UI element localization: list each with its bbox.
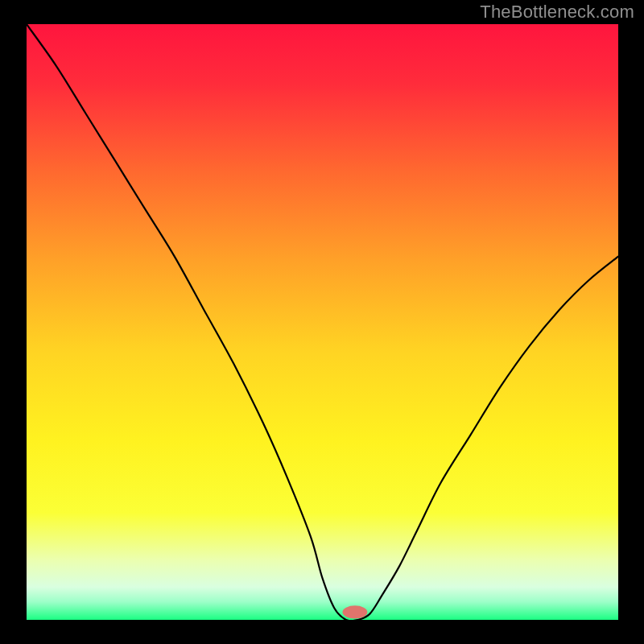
chart-svg bbox=[27, 24, 618, 620]
optimal-marker bbox=[343, 605, 368, 618]
watermark-text: TheBottleneck.com bbox=[480, 2, 634, 23]
bottleneck-curve bbox=[27, 24, 618, 620]
plot-area bbox=[27, 24, 618, 620]
chart-frame: TheBottleneck.com bbox=[0, 0, 644, 644]
